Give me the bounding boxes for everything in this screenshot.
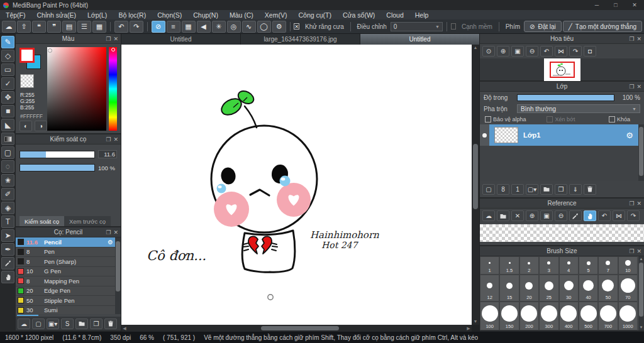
document-icon[interactable]: ▤ [62,21,76,33]
select-tool[interactable]: ▢ [1,146,14,159]
brush-control-tab[interactable]: Kiểm soát cọ [19,216,64,226]
gradient-tool[interactable] [1,133,14,145]
rotate-reset-icon[interactable]: ⋈ [613,210,625,221]
menu-item[interactable]: Chỉnh sửa(E) [31,11,82,19]
zoom-fit-icon[interactable]: ▣ [540,210,553,221]
brush-size-cell[interactable]: 15 [499,275,519,302]
bucket-tool[interactable]: ◣ [1,119,14,131]
brush-row[interactable]: 20Edge Pen [16,286,115,297]
export-icon[interactable]: ⇧ [17,21,31,33]
brush-row[interactable]: 10G Pen [16,267,115,277]
saturation-value-square[interactable] [47,47,106,131]
layer-row[interactable]: Lớp1 ⚙ [480,124,638,146]
material-grid-icon[interactable]: ▦ [92,21,106,33]
brush-size-cell[interactable]: 300 [539,302,558,330]
add-brush-icon[interactable]: ▢ [32,318,45,329]
text-tool[interactable]: T [1,215,14,228]
brush-size-slider[interactable] [19,151,95,158]
snap-parallel-icon[interactable]: ≡ [167,21,180,33]
brush-size-cell[interactable]: 10 [618,256,638,275]
brush-size-cell[interactable]: 1000 [618,302,638,330]
brush-size-cell[interactable]: 12 [480,275,499,302]
transparent-swatch[interactable] [20,74,34,88]
scrollbar-thumb[interactable] [473,144,478,209]
hand-icon[interactable] [584,210,596,221]
palette-icon[interactable]: ◐ [19,121,32,131]
scroll-left-arrow[interactable]: ◀ [121,325,128,332]
maximize-button[interactable]: □ [606,0,625,10]
brush-size-cell[interactable]: 40 [579,275,598,302]
brush-size-cell[interactable]: 4 [559,256,579,275]
new-layer-icon[interactable]: ▢ [482,184,495,195]
brush-control-tab[interactable]: Xem trước cọ [64,216,111,226]
scrollbar-thumb[interactable] [639,263,643,317]
brush-size-cell[interactable]: 2 [519,256,539,275]
canvas-viewport[interactable]: Cô đơn... Hainhimohorn Hot 247 [121,45,472,325]
minimize-button[interactable]: ─ [587,0,606,10]
rotate-cw-icon[interactable]: ↷ [569,46,582,57]
layer-visibility[interactable] [480,124,489,146]
rotate-ccw-icon[interactable]: ↶ [540,46,553,57]
brush-size-cell[interactable]: 3 [539,256,558,275]
reset-button[interactable]: ⊘ Đặt lại [524,21,562,32]
scroll-right-arrow[interactable]: ▶ [465,325,472,332]
rotate-cw-icon[interactable]: ↷ [627,210,640,221]
delete-layer-icon[interactable] [584,184,596,195]
merge-down-icon[interactable]: ⇓ [569,184,582,195]
zoom-in-icon[interactable]: ⊕ [526,210,538,221]
move-tool[interactable]: ✥ [1,91,14,104]
brush-size-cell[interactable]: 7 [598,256,618,275]
menu-item[interactable]: Màu (C) [224,11,259,19]
popout-icon[interactable]: ❐ [629,200,634,207]
open-folder-icon[interactable] [497,210,509,221]
scroll-up-arrow[interactable]: ▲ [472,45,479,51]
new-8bit-layer-icon[interactable]: 8 [497,184,509,195]
menu-item[interactable]: Tệp(F) [0,11,31,19]
magic-wand-tool[interactable]: ✬ [1,174,14,187]
zoom-out-icon[interactable]: ⊖ [555,210,567,221]
hand-tool[interactable] [1,271,14,283]
brush-row[interactable]: 8Pen (Sharp) [16,257,115,267]
add-layer-menu-icon[interactable]: ▢▾ [526,184,538,195]
document-tab[interactable]: large_1634473639176.jpg [241,34,360,45]
select-pen-tool[interactable]: ✐ [1,188,14,200]
reference-canvas[interactable] [480,224,644,242]
snap-grid-icon[interactable]: ▦ [182,21,196,33]
brush-opacity-slider[interactable] [19,164,95,172]
cloud-icon[interactable]: ☁ [2,21,16,33]
lock-icon[interactable]: ◘ [584,46,596,57]
brush-row[interactable]: 50Stipple Pen [16,296,115,306]
close-icon[interactable]: ✕ [636,36,641,42]
brush-row[interactable]: 8Pen [16,248,115,258]
menu-item[interactable]: Help [409,11,435,19]
folder-icon[interactable] [540,184,553,195]
popout-icon[interactable]: ❐ [106,136,111,143]
brush-size-cell[interactable]: 1.5 [499,256,519,275]
straight-line-button[interactable]: ╱ Tạo một đường thẳng [563,21,642,32]
popout-icon[interactable]: ❐ [629,248,634,254]
close-icon[interactable]: ✕ [636,248,641,254]
brush-size-cell[interactable]: 200 [519,302,539,330]
snap-vanishing-icon[interactable]: ◀ [197,21,211,33]
brush-size-cell[interactable]: 5 [579,256,598,275]
rotate-ccw-icon[interactable]: ↶ [598,210,611,221]
brush-tool[interactable]: ✎ [1,36,14,48]
document-tab[interactable]: Untitled [121,34,240,45]
polyline-tool[interactable]: ✓ [1,77,14,90]
lock-checkbox[interactable] [609,116,615,122]
duplicate-layer-icon[interactable]: ❐ [555,184,567,195]
layer-opacity-slider[interactable] [517,94,614,101]
brush-row[interactable]: 8Mapping Pen [16,276,115,286]
lasso-tool[interactable]: ◌ [1,160,14,173]
blend-mode-select[interactable]: Bình thường ▼ [517,104,640,113]
select-eraser-tool[interactable]: ◈ [1,202,14,214]
brush-size-cell[interactable]: 30 [559,275,579,302]
palette-edit-icon[interactable]: ◑ [35,121,47,131]
close-icon[interactable]: ✕ [113,229,118,236]
menu-item[interactable]: Xem(V) [259,11,293,19]
snap-curve-icon[interactable]: ∿ [242,21,256,33]
comment-icon[interactable]: ❝ [32,21,46,33]
menu-item[interactable]: Bộ lọc(R) [113,11,152,19]
snap-ellipse-icon[interactable]: ◯ [257,21,271,33]
menu-item[interactable]: Chụp(N) [187,11,224,19]
